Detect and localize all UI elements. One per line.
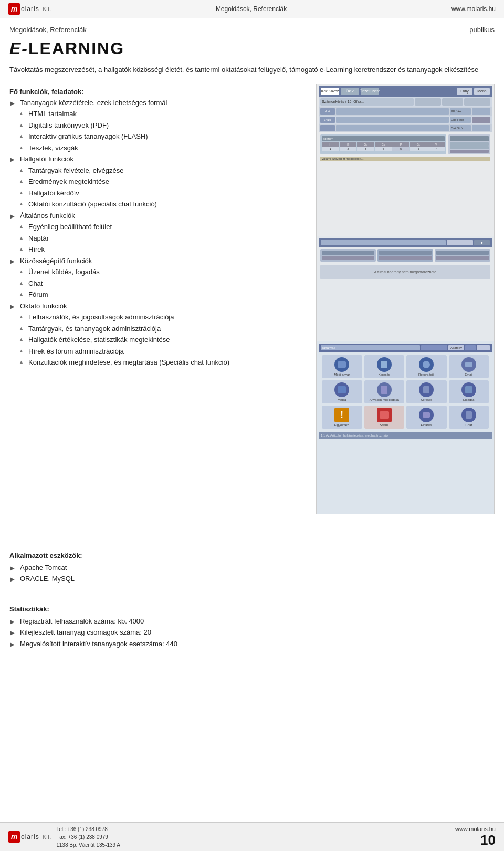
stats-label: Statisztikák: (9, 605, 495, 613)
list-item: Egyénileg beállítható felület (9, 222, 306, 232)
footer-logo-kft: Kft. (43, 834, 51, 840)
stats-section: Statisztikák: Regisztrált felhasználók s… (9, 601, 495, 650)
ss-icon-label: Előadás (463, 398, 475, 401)
ss-icon-circle (419, 408, 434, 422)
ss-icon-label: Médi-anyar (334, 373, 350, 376)
ss-icon-shape (338, 361, 346, 368)
intro-paragraph: Távoktatás megszervezését, a hallgatók k… (9, 65, 495, 75)
list-item: Oktatói konzultáció (speciális chat funk… (9, 199, 306, 210)
page-title: E-Learning (9, 39, 495, 58)
ss-cal-cell: V (427, 142, 445, 147)
ss-cell-value: 1415 (320, 117, 335, 123)
ss-icon-shape (466, 411, 472, 419)
list-item: Regisztrált felhasználók száma: kb. 4000 (9, 616, 495, 627)
ss-icon-label: Figyelmez. (334, 423, 350, 427)
ss-box (436, 256, 489, 260)
ss-icon-cell: Keresés (364, 355, 405, 378)
footer-left: m olaris Kft. Tel.: +36 (1) 238 0978 Fax… (8, 825, 120, 849)
ss-cal-cell: P (392, 142, 410, 147)
ss-icon-circle (461, 382, 476, 397)
stats-list: Regisztrált felhasználók száma: kb. 4000… (9, 616, 495, 649)
ss-icon-shape (380, 411, 389, 419)
list-item: Kifejlesztett tananyag csomagok száma: 2… (9, 627, 495, 638)
ss-icon-circle (334, 382, 349, 397)
ss-tab: Ök 2 (341, 88, 359, 95)
ss-icon-circle (419, 382, 434, 397)
list-item: Tantárgyak, és tananyagok adminisztráció… (9, 324, 306, 334)
ss-cell-value: Eős Péte (450, 117, 471, 123)
ss-icon-circle (377, 357, 392, 372)
ss-bottom-bar: 1:1 Az Articulon hullám jelzése: meghatá… (319, 432, 492, 439)
ss-cal-cell: Cs (375, 142, 392, 147)
list-item: Megvalósított interaktív tananyagok eset… (9, 639, 495, 649)
ss-icon-cell: Média (322, 380, 362, 403)
ss-tab: Önzet/Csere (361, 88, 379, 95)
header-website: www.molaris.hu (452, 5, 496, 13)
list-item: Üzenet küldés, fogadás (9, 267, 306, 277)
ss-cal-cell: K (340, 142, 357, 147)
list-item: Hírek (9, 244, 306, 255)
ss-bar (421, 345, 447, 350)
ss-bar (450, 136, 489, 141)
ss-cal-cell: 6 (410, 147, 427, 151)
ss-cal-cell: H (322, 142, 339, 147)
ss-box (322, 251, 374, 255)
ss-label: Számonkérés / 15. Gfaz... (320, 98, 414, 106)
ss-tab: Mena (474, 88, 490, 95)
list-item: Tesztek, vizsgák (9, 143, 306, 153)
ss-cell-value: PF Ján (450, 108, 471, 115)
page-header: m olaris Kft. Megoldások, Referenciák ww… (0, 0, 504, 18)
divider-line (9, 541, 495, 541)
screenshot-inner: Kék Kávéz Ök 2 Önzet/Csere Főny Mena Szá… (317, 84, 494, 514)
ss-bottom-text: 1:1 Az Articulon hullám jelzése: meghatá… (321, 434, 388, 437)
ss-cell-value: Öki Ottó... (450, 125, 471, 131)
ss-text-area: A futási hadrány nem meghatározható (320, 265, 490, 279)
list-item: HTML tartalmak (9, 109, 306, 119)
ss-box (379, 256, 432, 260)
ss-bar: Tananyag (321, 345, 420, 350)
molaris-logo: m olaris Kft. (8, 3, 51, 15)
footer-logo-m: m (8, 831, 20, 843)
ss-icon-label: Státus (380, 423, 388, 427)
footer-tel: Tel.: +36 (1) 238 0978 (56, 825, 120, 833)
ss-box (322, 256, 374, 260)
ss-label (464, 98, 490, 106)
list-item: Hírek és fórum adminisztrációja (9, 346, 306, 357)
ss-bar (450, 142, 489, 146)
left-column: Fő funkciók, feladatok: Tananyagok közzé… (9, 84, 306, 369)
ss-icon-cell: Státus (364, 406, 405, 429)
logo-kft: Kft. (43, 6, 51, 12)
ss-bar (477, 345, 490, 350)
ss-bar: Adatbev (448, 345, 464, 350)
ss-icon-shape (423, 412, 430, 418)
ss-cal-cell: Sz (357, 142, 374, 147)
ss-bar (450, 146, 489, 149)
ss-icon-shape (381, 361, 387, 368)
ss-box (436, 251, 489, 255)
status-badge: publikus (469, 26, 495, 34)
list-item: Chat (9, 278, 306, 289)
list-item: Apache Tomcat (9, 563, 495, 573)
list-item: Oktató funkciók (9, 301, 306, 312)
ss-icon-shape (381, 386, 387, 394)
title-prefix: E- (9, 39, 28, 58)
ss-cell-value (320, 125, 335, 131)
ss-cal-cell: 3 (357, 147, 374, 151)
ss-icon-shape (423, 386, 429, 393)
list-item: Fórum (9, 289, 306, 300)
ss-cell-value (336, 125, 449, 131)
ss-icon-shape (338, 386, 346, 393)
ss-icon-cell: Médi-anyar (322, 355, 362, 378)
ss-cal-cell: Sz (410, 142, 427, 147)
list-item: Tananyagok közzététele, ezek lehetséges … (9, 98, 306, 108)
ss-icon-circle (377, 382, 392, 397)
ss-cell-value (336, 108, 449, 115)
ss-icon-label: Keresés (421, 398, 432, 401)
ss-icon-circle (461, 408, 476, 422)
ss-icon-circle (334, 357, 349, 372)
ss-warning-icon (377, 408, 392, 422)
tools-section: Alkalmazott eszközök: Apache Tomcat ORAC… (9, 530, 495, 585)
list-item: Közösségépítő funkciók (9, 256, 306, 266)
footer-website: www.molaris.hu (455, 826, 496, 832)
ss-box (379, 251, 432, 255)
